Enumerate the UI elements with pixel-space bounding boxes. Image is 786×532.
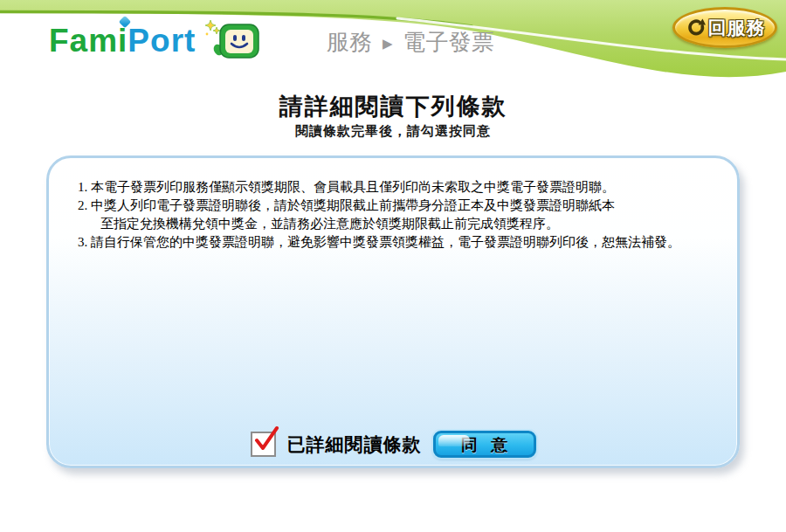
terms-line: 3. 請自行保管您的中獎發票證明聯，避免影響中獎發票領獎權益，電子發票證明聯列印…	[78, 233, 713, 252]
back-to-services-button[interactable]: 回服務	[672, 7, 777, 48]
agree-button[interactable]: 同 意	[433, 431, 536, 458]
terms-line: 至指定兌換機構兌領中獎金，並請務必注意應於領獎期限截止前完成領獎程序。	[78, 215, 713, 233]
terms-line: 2. 中獎人列印電子發票證明聯後，請於領獎期限截止前攜帶身分證正本及中獎發票證明…	[78, 197, 713, 215]
breadcrumb-section: 服務	[327, 27, 372, 58]
checkmark-icon	[253, 427, 279, 453]
breadcrumb-page: 電子發票	[403, 27, 494, 58]
famiport-mascot-icon	[203, 19, 260, 61]
back-arrow-icon	[685, 18, 706, 38]
famiport-logo-text: FamiPort	[49, 24, 196, 57]
logo-text-fami: Fami	[49, 23, 128, 59]
terms-line: 1. 本電子發票列印服務僅顯示領獎期限、會員載具且僅列印尚未索取之中獎電子發票證…	[78, 178, 713, 197]
back-button-label: 回服務	[708, 16, 766, 40]
agreement-controls: 已詳細閱讀條款 同 意	[49, 431, 737, 458]
terms-read-checkbox[interactable]	[251, 432, 276, 457]
terms-panel: 1. 本電子發票列印服務僅顯示領獎期限、會員載具且僅列印尚未索取之中獎電子發票證…	[46, 155, 740, 468]
famiport-kiosk-screen: FamiPort 服務 ▶ 電子發票 回服務 請詳細閱讀下列條款 閱讀條款	[0, 0, 786, 532]
logo-text-port: Port	[128, 23, 196, 59]
breadcrumb: 服務 ▶ 電子發票	[327, 27, 494, 58]
breadcrumb-arrow-icon: ▶	[383, 36, 393, 52]
page-subtitle: 閱讀條款完畢後，請勾選按同意	[0, 123, 786, 140]
page-title: 請詳細閱讀下列條款	[0, 91, 786, 122]
terms-read-checkbox-label: 已詳細閱讀條款	[287, 432, 422, 457]
terms-text: 1. 本電子發票列印服務僅顯示領獎期限、會員載具且僅列印尚未索取之中獎電子發票證…	[49, 158, 737, 252]
famiport-logo: FamiPort	[49, 19, 260, 61]
